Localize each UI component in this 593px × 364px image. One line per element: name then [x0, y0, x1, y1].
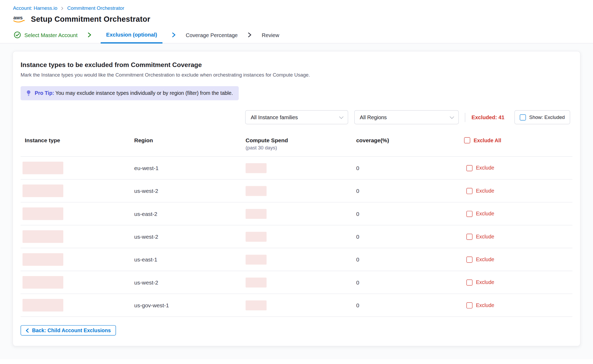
card-title: Instance types to be excluded from Commi…: [21, 61, 573, 69]
col-header-compute-spend-group: Compute Spend (past 30 days): [246, 137, 354, 150]
instance-type-cell: [21, 207, 134, 220]
exclude-checkbox[interactable]: [466, 279, 472, 285]
pro-tip-text: You may exclude instance types individua…: [55, 90, 233, 96]
redacted-compute-spend: [246, 232, 267, 241]
exclude-label[interactable]: Exclude: [476, 165, 494, 171]
compute-spend-cell: [246, 300, 354, 310]
compute-spend-cell: [246, 255, 354, 264]
table-row: us-west-2 0 Exclude: [21, 180, 573, 202]
filter-bar: All Instance families All Regions Exclud…: [13, 110, 580, 124]
region-cell: us-gov-west-1: [134, 302, 246, 308]
excluded-count-badge: Excluded: 41: [471, 114, 504, 120]
topbar: Account: Harness.io Commitment Orchestra…: [0, 0, 593, 24]
instance-families-select[interactable]: All Instance families: [245, 110, 348, 124]
step-exclusion[interactable]: Exclusion (optional): [101, 27, 162, 43]
instance-type-cell: [21, 162, 134, 174]
wizard-stepper: Select Master Account Exclusion (optiona…: [0, 27, 593, 43]
region-cell: us-east-1: [134, 256, 246, 263]
instance-type-cell: [21, 230, 134, 243]
redacted-compute-spend: [246, 255, 267, 264]
exclude-label[interactable]: Exclude: [476, 302, 494, 308]
step-coverage-percentage[interactable]: Coverage Percentage: [185, 27, 238, 43]
instance-type-cell: [21, 185, 134, 197]
table-row: us-west-2 0 Exclude: [21, 225, 573, 248]
exclude-checkbox[interactable]: [466, 188, 472, 194]
region-cell: us-west-2: [134, 188, 246, 194]
pro-tip-banner: Pro Tip: You may exclude instance types …: [21, 86, 239, 100]
col-header-region: Region: [134, 137, 246, 143]
redacted-instance-type: [23, 230, 63, 243]
redacted-instance-type: [23, 162, 63, 174]
aws-logo-icon: aws: [13, 15, 26, 24]
table-row: us-east-2 0 Exclude: [21, 202, 573, 225]
redacted-compute-spend: [246, 163, 267, 173]
exclude-cell: Exclude: [464, 234, 573, 240]
exclusion-table: Instance type Region Compute Spend (past…: [21, 137, 573, 317]
back-button[interactable]: Back: Child Account Exclusions: [21, 325, 116, 336]
chevron-right-icon: [87, 27, 92, 43]
coverage-cell: 0: [354, 256, 464, 263]
coverage-cell: 0: [354, 188, 464, 194]
compute-spend-cell: [246, 186, 354, 196]
app: Account: Harness.io Commitment Orchestra…: [0, 0, 593, 364]
chevron-right-icon: [171, 27, 177, 43]
region-cell: us-west-2: [134, 279, 246, 285]
show-excluded-checkbox[interactable]: [520, 114, 526, 120]
step-label: Select Master Account: [24, 32, 77, 38]
redacted-compute-spend: [246, 209, 267, 219]
lightbulb-icon: [26, 90, 31, 96]
table-row: us-gov-west-1 0 Exclude: [21, 294, 573, 317]
regions-value: All Regions: [360, 114, 387, 120]
back-button-label: Back: Child Account Exclusions: [32, 327, 111, 333]
exclude-all-label[interactable]: Exclude All: [474, 137, 501, 143]
instance-families-value: All Instance families: [251, 114, 298, 120]
chevron-left-icon: [25, 328, 29, 332]
redacted-compute-spend: [246, 300, 267, 310]
exclude-label[interactable]: Exclude: [476, 211, 494, 217]
col-header-compute-spend: Compute Spend: [246, 137, 354, 143]
vertical-divider: [465, 113, 465, 122]
table-row: eu-west-1 0 Exclude: [21, 157, 573, 180]
redacted-instance-type: [23, 207, 63, 220]
exclude-checkbox[interactable]: [466, 211, 472, 217]
compute-spend-cell: [246, 209, 354, 219]
exclude-checkbox[interactable]: [466, 256, 472, 263]
table-row: us-east-1 0 Exclude: [21, 248, 573, 271]
chevron-down-icon: [450, 114, 454, 119]
regions-select[interactable]: All Regions: [355, 110, 459, 124]
exclude-checkbox[interactable]: [466, 234, 472, 240]
breadcrumb-section-link[interactable]: Commitment Orchestrator: [67, 5, 124, 11]
exclude-label[interactable]: Exclude: [476, 257, 494, 263]
check-circle-icon: [14, 31, 21, 38]
exclude-label[interactable]: Exclude: [476, 188, 494, 194]
breadcrumb-account-link[interactable]: Account: Harness.io: [13, 5, 57, 11]
redacted-compute-spend: [246, 277, 267, 287]
instance-type-cell: [21, 276, 134, 288]
page-title: Setup Commitment Orchestrator: [31, 15, 150, 23]
breadcrumb-chevron-icon: [60, 6, 64, 10]
pro-tip-label: Pro Tip:: [35, 90, 54, 96]
coverage-cell: 0: [354, 279, 464, 285]
exclude-label[interactable]: Exclude: [476, 279, 494, 285]
exclude-checkbox[interactable]: [466, 302, 472, 308]
compute-spend-cell: [246, 232, 354, 241]
exclude-cell: Exclude: [464, 211, 573, 217]
step-review[interactable]: Review: [261, 27, 280, 43]
exclude-label[interactable]: Exclude: [476, 234, 494, 239]
chevron-down-icon: [339, 114, 344, 119]
col-header-instance-type: Instance type: [21, 137, 134, 143]
exclude-cell: Exclude: [464, 256, 573, 263]
show-excluded-toggle[interactable]: Show: Excluded: [514, 110, 570, 124]
step-label: Coverage Percentage: [186, 32, 238, 38]
step-select-master-account[interactable]: Select Master Account: [13, 27, 78, 43]
region-cell: us-west-2: [134, 234, 246, 240]
table-body: eu-west-1 0 Exclude us-west-2 0 Exclude …: [21, 157, 573, 317]
col-header-exclude-all-group: Exclude All: [464, 137, 573, 143]
exclude-cell: Exclude: [464, 279, 573, 285]
instance-type-cell: [21, 299, 134, 311]
content-area: Instance types to be excluded from Commi…: [0, 43, 593, 359]
exclude-all-checkbox[interactable]: [464, 137, 470, 143]
compute-spend-cell: [246, 277, 354, 287]
step-label: Review: [262, 32, 279, 38]
exclude-checkbox[interactable]: [466, 165, 472, 171]
